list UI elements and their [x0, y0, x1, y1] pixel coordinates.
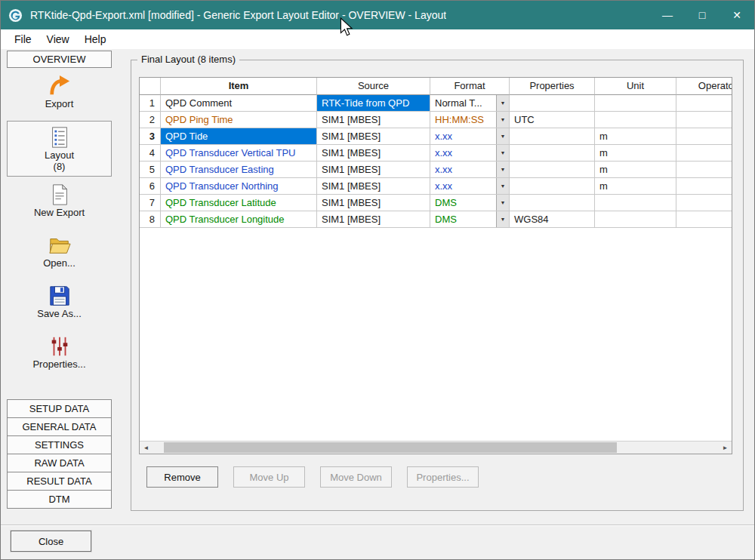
source-cell[interactable]: SIM1 [MBES]	[317, 112, 430, 128]
operator-cell[interactable]	[676, 211, 732, 228]
format-cell[interactable]: DMS▼	[430, 211, 510, 228]
item-cell[interactable]: QPD Transducer Latitude	[161, 195, 317, 211]
format-dropdown-button[interactable]: ▼	[496, 112, 509, 128]
chevron-down-icon: ▼	[501, 217, 506, 222]
chevron-down-icon: ▼	[501, 134, 506, 139]
source-cell[interactable]: SIM1 [MBES]	[317, 195, 430, 211]
format-dropdown-button[interactable]: ▼	[496, 128, 509, 144]
source-cell[interactable]: RTK-Tide from QPD	[317, 95, 430, 112]
operator-cell[interactable]	[676, 162, 732, 178]
scroll-right-button[interactable]: ►	[719, 442, 732, 454]
sidebar-tool-save-as[interactable]: Save As...	[7, 280, 112, 328]
properties-cell[interactable]	[510, 95, 595, 112]
properties-cell[interactable]	[510, 145, 595, 162]
row-number-cell[interactable]: 5	[140, 162, 161, 178]
properties-cell[interactable]: WGS84	[510, 211, 595, 228]
item-cell[interactable]: QPD Transducer Northing	[161, 178, 317, 195]
unit-cell[interactable]: m	[595, 178, 676, 195]
sidebar-overview-header[interactable]: OVERVIEW	[7, 51, 112, 68]
format-cell[interactable]: DMS▼	[430, 195, 510, 211]
sidebar-section-dtm[interactable]: DTM	[7, 490, 112, 509]
row-number-cell[interactable]: 1	[140, 95, 161, 112]
source-cell[interactable]: SIM1 [MBES]	[317, 128, 430, 145]
row-number-cell[interactable]: 6	[140, 178, 161, 195]
sidebar-tool-export[interactable]: Export	[7, 70, 112, 118]
sidebar-tool-layout[interactable]: Layout(8)	[7, 121, 112, 177]
format-dropdown-button[interactable]: ▼	[496, 162, 509, 177]
row-number-cell[interactable]: 2	[140, 112, 161, 128]
format-dropdown-button[interactable]: ▼	[496, 95, 509, 111]
operator-cell[interactable]	[676, 195, 732, 211]
operator-cell[interactable]	[676, 145, 732, 162]
sidebar-section-settings[interactable]: SETTINGS	[7, 435, 112, 454]
format-cell[interactable]: Normal T...▼	[430, 95, 510, 112]
sidebar-tool-new-export[interactable]: New Export	[7, 179, 112, 227]
scroll-left-button[interactable]: ◄	[140, 442, 153, 454]
source-cell[interactable]: SIM1 [MBES]	[317, 211, 430, 228]
source-cell[interactable]: SIM1 [MBES]	[317, 162, 430, 178]
unit-cell[interactable]: m	[595, 128, 676, 145]
chevron-down-icon: ▼	[501, 117, 506, 122]
format-dropdown-button[interactable]: ▼	[496, 211, 509, 227]
properties-cell[interactable]: UTC	[510, 112, 595, 128]
save-icon	[7, 284, 112, 308]
operator-cell[interactable]	[676, 95, 732, 112]
scroll-thumb[interactable]	[164, 442, 617, 453]
sidebar-section-raw-data[interactable]: RAW DATA	[7, 454, 112, 472]
properties-cell[interactable]	[510, 195, 595, 211]
unit-cell[interactable]	[595, 195, 676, 211]
row-number-cell[interactable]: 4	[140, 145, 161, 162]
unit-cell[interactable]: m	[595, 145, 676, 162]
minimize-button[interactable]: —	[650, 1, 685, 29]
close-button[interactable]: Close	[11, 531, 91, 552]
format-cell[interactable]: HH:MM:SS▼	[430, 112, 510, 128]
sidebar-section-result-data[interactable]: RESULT DATA	[7, 472, 112, 491]
format-dropdown-button[interactable]: ▼	[496, 178, 509, 194]
operator-cell[interactable]	[676, 112, 732, 128]
item-cell[interactable]: QPD Transducer Longitude	[161, 211, 317, 228]
properties-cell[interactable]	[510, 162, 595, 178]
item-cell[interactable]: QPD Transducer Vertical TPU	[161, 145, 317, 162]
content-area: OVERVIEW ExportLayout(8)New ExportOpen..…	[1, 49, 754, 559]
scroll-track[interactable]	[153, 442, 719, 454]
menu-view[interactable]: View	[39, 31, 77, 48]
source-cell[interactable]: SIM1 [MBES]	[317, 178, 430, 195]
app-icon	[8, 8, 23, 23]
row-number-cell[interactable]: 7	[140, 195, 161, 211]
properties-cell[interactable]	[510, 128, 595, 145]
unit-cell[interactable]: m	[595, 162, 676, 178]
format-dropdown-button[interactable]: ▼	[496, 195, 509, 211]
source-cell[interactable]: SIM1 [MBES]	[317, 145, 430, 162]
format-dropdown-button[interactable]: ▼	[496, 145, 509, 161]
format-cell[interactable]: x.xx▼	[430, 178, 510, 195]
sidebar-section-setup-data[interactable]: SETUP DATA	[7, 399, 112, 418]
col-header-properties: Properties	[510, 78, 595, 95]
format-cell[interactable]: x.xx▼	[430, 145, 510, 162]
maximize-button[interactable]: □	[685, 1, 720, 29]
format-value: DMS	[435, 214, 457, 225]
unit-cell[interactable]	[595, 95, 676, 112]
operator-cell[interactable]	[676, 178, 732, 195]
item-cell[interactable]: QPD Transducer Easting	[161, 162, 317, 178]
unit-cell[interactable]	[595, 112, 676, 128]
item-cell[interactable]: QPD Tide	[161, 128, 317, 145]
operator-cell[interactable]	[676, 128, 732, 145]
item-cell[interactable]: QPD Ping Time	[161, 112, 317, 128]
close-button[interactable]: ✕	[720, 1, 754, 29]
horizontal-scrollbar[interactable]: ◄ ►	[140, 441, 732, 454]
sidebar-tool-properties[interactable]: Properties...	[7, 331, 112, 379]
col-header-operator: Operator	[676, 78, 732, 95]
format-cell[interactable]: x.xx▼	[430, 128, 510, 145]
item-cell[interactable]: QPD Comment	[161, 95, 317, 112]
tool-label: Open...	[7, 257, 112, 269]
row-number-cell[interactable]: 3	[140, 128, 161, 145]
unit-cell[interactable]	[595, 211, 676, 228]
row-number-cell[interactable]: 8	[140, 211, 161, 228]
menu-file[interactable]: File	[7, 31, 39, 48]
properties-cell[interactable]	[510, 178, 595, 195]
sidebar-tool-open[interactable]: Open...	[7, 229, 112, 278]
menu-help[interactable]: Help	[77, 31, 114, 48]
format-cell[interactable]: x.xx▼	[430, 162, 510, 178]
remove-button[interactable]: Remove	[146, 466, 218, 488]
sidebar-section-general-data[interactable]: GENERAL DATA	[7, 417, 112, 436]
